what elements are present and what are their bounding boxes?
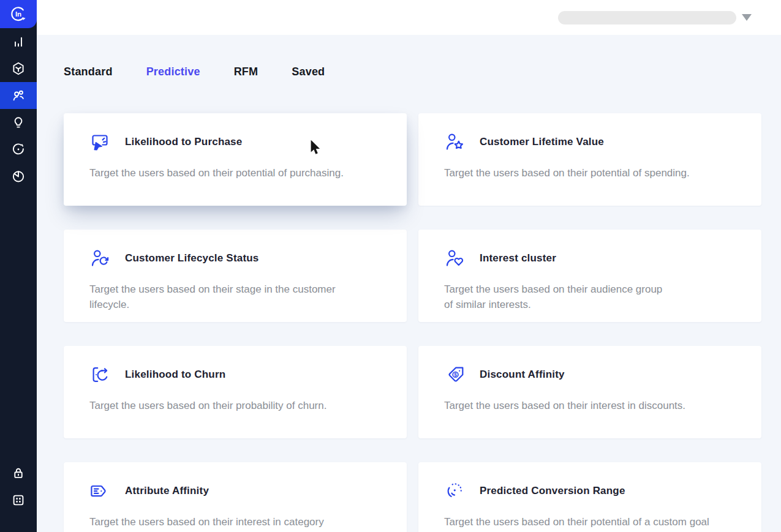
- content-area: Standard Predictive RFM Saved: [37, 35, 781, 532]
- bar-chart-icon: [11, 34, 26, 49]
- user-heart-icon: [444, 248, 465, 269]
- account-selector[interactable]: [558, 11, 736, 24]
- card-title: Predicted Conversion Range: [480, 485, 625, 497]
- cube-icon: [11, 61, 26, 76]
- app-logo[interactable]: In: [0, 0, 37, 28]
- card-description: Target the users based on their probabil…: [89, 399, 382, 414]
- sidebar-item-products[interactable]: [0, 55, 37, 82]
- app-root: In: [0, 0, 781, 532]
- pie-chart-icon: [11, 169, 26, 184]
- svg-text:$: $: [454, 372, 457, 378]
- main-column: Standard Predictive RFM Saved: [37, 0, 781, 532]
- card-likelihood-to-churn[interactable]: Likelihood to Churn Target the users bas…: [64, 346, 407, 438]
- sidebar-item-apps[interactable]: [0, 487, 37, 514]
- logo-circular-arrow-icon: In: [9, 5, 28, 23]
- sidebar-item-analytics[interactable]: [0, 28, 37, 55]
- sidebar-item-reports[interactable]: [0, 163, 37, 190]
- card-description: Target the users based on their potentia…: [444, 166, 737, 181]
- card-customer-lifetime-value[interactable]: Customer Lifetime Value Target the users…: [418, 113, 761, 206]
- card-title: Attribute Affinity: [125, 485, 209, 497]
- sidebar-item-audiences[interactable]: [0, 82, 37, 109]
- ad-click-icon: [89, 132, 110, 152]
- card-description: Target the users based on their potentia…: [89, 166, 382, 181]
- attribute-tag-icon: [89, 481, 110, 501]
- card-interest-cluster[interactable]: Interest cluster Target the users based …: [418, 230, 761, 322]
- card-description: Target the users based on their potentia…: [444, 515, 737, 530]
- gauge-icon: [444, 481, 465, 501]
- card-likelihood-to-purchase[interactable]: Likelihood to Purchase Target the users …: [64, 113, 407, 206]
- card-attribute-affinity[interactable]: Attribute Affinity Target the users base…: [64, 462, 407, 532]
- card-customer-lifecycle-status[interactable]: Customer Lifecycle Status Target the use…: [64, 230, 407, 322]
- target-icon: [11, 142, 26, 157]
- segment-cards-grid: Likelihood to Purchase Target the users …: [64, 113, 761, 532]
- sidebar-item-goals[interactable]: [0, 136, 37, 163]
- topbar: [37, 0, 781, 35]
- card-description: Target the users based on their interest…: [444, 399, 737, 414]
- users-icon: [11, 88, 26, 103]
- lock-icon: [11, 466, 26, 481]
- card-predicted-conversion-range[interactable]: Predicted Conversion Range Target the us…: [418, 462, 761, 532]
- churn-exit-icon: [89, 364, 110, 385]
- card-title: Interest cluster: [480, 252, 556, 264]
- card-description: Target the users based on their stage in…: [89, 282, 382, 312]
- card-title: Discount Affinity: [480, 369, 565, 381]
- segment-tabs: Standard Predictive RFM Saved: [64, 66, 761, 78]
- card-title: Likelihood to Purchase: [125, 136, 242, 148]
- tab-rfm[interactable]: RFM: [234, 66, 258, 78]
- sidebar-item-insights[interactable]: [0, 109, 37, 136]
- tab-saved[interactable]: Saved: [292, 66, 325, 78]
- lightbulb-icon: [11, 115, 26, 130]
- sidebar-bottom-nav: [0, 460, 37, 514]
- user-star-icon: [444, 132, 465, 152]
- logo-text: In: [15, 10, 21, 18]
- card-description: Target the users based on their interest…: [89, 515, 382, 530]
- user-refresh-icon: [89, 248, 110, 269]
- tab-standard[interactable]: Standard: [64, 66, 113, 78]
- card-title: Likelihood to Churn: [125, 369, 225, 381]
- sidebar-nav: [0, 28, 37, 190]
- card-discount-affinity[interactable]: $ Discount Affinity Target the users bas…: [418, 346, 761, 438]
- sidebar: In: [0, 0, 37, 532]
- price-tag-dollar-icon: $: [444, 364, 465, 385]
- apps-grid-icon: [11, 493, 26, 508]
- card-description: Target the users based on their audience…: [444, 282, 737, 312]
- chevron-down-icon[interactable]: [742, 14, 752, 21]
- tab-predictive[interactable]: Predictive: [146, 66, 200, 78]
- card-title: Customer Lifecycle Status: [125, 252, 259, 264]
- sidebar-item-privacy[interactable]: [0, 460, 37, 487]
- card-title: Customer Lifetime Value: [480, 136, 604, 148]
